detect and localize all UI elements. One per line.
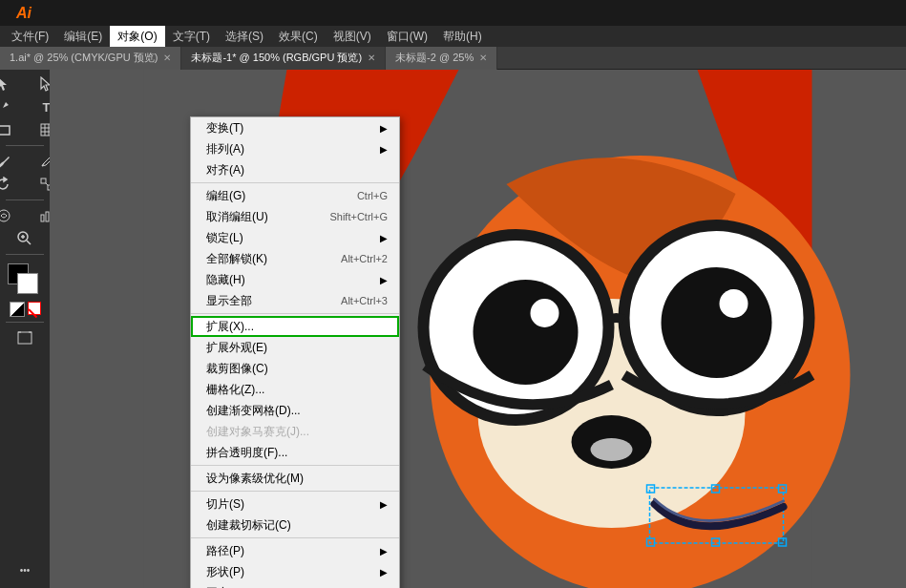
menu-item-arrow-21: ▶ <box>380 499 388 510</box>
menu-item-arrow-8: ▶ <box>380 275 388 285</box>
menu-item-7[interactable]: 全部解锁(K)Alt+Ctrl+2 <box>191 248 399 269</box>
menu-item-shortcut-7: Alt+Ctrl+2 <box>341 253 388 264</box>
tab-bar: 1.ai* @ 25% (CMYK/GPU 预览) ✕ 未标题-1* @ 150… <box>0 47 906 70</box>
no-color-indicator[interactable] <box>28 302 41 315</box>
menu-item-4[interactable]: 编组(G)Ctrl+G <box>191 185 399 206</box>
menu-item-label-14: 栅格化(Z)... <box>206 382 264 398</box>
graph-tool[interactable] <box>26 205 51 226</box>
svg-rect-14 <box>41 215 44 221</box>
svg-marker-9 <box>4 178 7 181</box>
menu-item-19[interactable]: 设为像素级优化(M) <box>191 468 399 489</box>
menu-item-9[interactable]: 显示全部Alt+Ctrl+3 <box>191 290 399 311</box>
menu-item-6[interactable]: 锁定(L)▶ <box>191 227 399 248</box>
menu-item-label-7: 全部解锁(K) <box>206 251 267 267</box>
menu-item-label-1: 排列(A) <box>206 141 244 158</box>
menu-separator-20 <box>191 491 399 492</box>
canvas-area[interactable]: 变换(T)▶排列(A)▶对齐(A)编组(G)Ctrl+G取消编组(U)Shift… <box>50 70 906 588</box>
menu-select[interactable]: 选择(S) <box>218 26 271 47</box>
menu-window[interactable]: 窗口(W) <box>379 26 435 47</box>
svg-rect-2 <box>0 126 10 135</box>
tab-2-close[interactable]: ✕ <box>479 52 487 63</box>
svg-point-13 <box>0 210 10 221</box>
gradient-indicator[interactable] <box>10 302 25 317</box>
menu-item-2[interactable]: 对齐(A) <box>191 159 399 180</box>
menu-separator-3 <box>191 182 399 183</box>
brush-tool[interactable] <box>0 151 25 172</box>
menu-object[interactable]: 对象(O) <box>110 26 164 47</box>
pencil-tool[interactable] <box>26 151 51 172</box>
menu-item-8[interactable]: 隐藏(H)▶ <box>191 269 399 290</box>
menu-item-shortcut-4: Ctrl+G <box>357 190 388 201</box>
rectangle-tool[interactable] <box>0 119 25 140</box>
menu-item-15[interactable]: 创建渐变网格(D)... <box>191 400 399 421</box>
svg-marker-0 <box>0 77 7 91</box>
type-tool[interactable]: T <box>26 96 51 117</box>
menu-item-17[interactable]: 拼合透明度(F)... <box>191 442 399 463</box>
more-tools[interactable]: ••• <box>4 559 46 580</box>
menu-help[interactable]: 帮助(H) <box>435 26 490 47</box>
tab-0-close[interactable]: ✕ <box>163 52 171 63</box>
scale-tool[interactable] <box>26 174 51 195</box>
menu-item-14[interactable]: 栅格化(Z)... <box>191 379 399 400</box>
svg-line-12 <box>46 183 48 185</box>
canvas-illustration <box>50 70 906 588</box>
table-tool[interactable] <box>26 119 51 140</box>
menu-item-13[interactable]: 裁剪图像(C) <box>191 358 399 379</box>
menu-item-label-25: 形状(P) <box>206 564 244 580</box>
rotate-tool[interactable] <box>0 174 25 195</box>
pen-tool[interactable] <box>0 96 25 117</box>
menu-item-16: 创建对象马赛克(J)... <box>191 421 399 442</box>
menu-item-label-6: 锁定(L) <box>206 230 243 246</box>
selection-tool[interactable] <box>0 74 25 94</box>
menu-item-5[interactable]: 取消编组(U)Shift+Ctrl+G <box>191 206 399 227</box>
symbol-tool[interactable] <box>0 205 25 226</box>
svg-point-34 <box>720 289 748 318</box>
direct-selection-tool[interactable] <box>26 74 51 94</box>
menu-item-26[interactable]: 图案(E)▶ <box>191 582 399 588</box>
menu-item-21[interactable]: 切片(S)▶ <box>191 494 399 514</box>
menu-item-11[interactable]: 扩展(X)... <box>191 316 399 337</box>
menu-item-label-22: 创建裁切标记(C) <box>206 517 291 534</box>
tab-1-close[interactable]: ✕ <box>368 52 375 63</box>
menu-file[interactable]: 文件(F) <box>4 26 56 47</box>
menu-item-22[interactable]: 创建裁切标记(C) <box>191 514 399 536</box>
menu-item-label-12: 扩展外观(E) <box>206 340 267 356</box>
svg-point-32 <box>662 267 772 378</box>
menu-item-label-0: 变换(T) <box>206 120 243 136</box>
object-menu-dropdown[interactable]: 变换(T)▶排列(A)▶对齐(A)编组(G)Ctrl+G取消编组(U)Shift… <box>190 116 400 588</box>
menu-item-label-5: 取消编组(U) <box>206 209 268 225</box>
tab-1-label: 未标题-1* @ 150% (RGB/GPU 预览) <box>191 51 362 65</box>
menu-effect[interactable]: 效果(C) <box>271 26 326 47</box>
menu-item-0[interactable]: 变换(T)▶ <box>191 117 399 138</box>
svg-point-31 <box>474 280 579 385</box>
background-color[interactable] <box>17 273 38 294</box>
menu-item-arrow-1: ▶ <box>380 144 388 155</box>
artboard-tool[interactable] <box>4 327 46 348</box>
menu-item-24[interactable]: 路径(P)▶ <box>191 540 399 561</box>
tab-0-label: 1.ai* @ 25% (CMYK/GPU 预览) <box>10 51 158 65</box>
menu-text[interactable]: 文字(T) <box>165 26 218 47</box>
menu-bar: 文件(F) 编辑(E) 对象(O) 文字(T) 选择(S) 效果(C) 视图(V… <box>0 26 906 47</box>
zoom-tool[interactable] <box>4 228 46 249</box>
app-logo: Ai <box>8 0 40 26</box>
tab-1[interactable]: 未标题-1* @ 150% (RGB/GPU 预览) ✕ <box>181 47 386 70</box>
svg-marker-1 <box>41 77 50 91</box>
menu-item-25[interactable]: 形状(P)▶ <box>191 561 399 582</box>
menu-item-12[interactable]: 扩展外观(E) <box>191 337 399 358</box>
svg-rect-21 <box>18 332 32 344</box>
menu-item-label-15: 创建渐变网格(D)... <box>206 403 301 419</box>
menu-item-arrow-6: ▶ <box>380 233 388 243</box>
menu-view[interactable]: 视图(V) <box>326 26 379 47</box>
menu-separator-23 <box>191 537 399 538</box>
tab-2[interactable]: 未标题-2 @ 25% ✕ <box>386 47 497 70</box>
left-toolbar: T <box>0 70 50 588</box>
svg-point-33 <box>531 299 559 327</box>
menu-item-1[interactable]: 排列(A)▶ <box>191 138 399 159</box>
menu-edit[interactable]: 编辑(E) <box>56 26 110 47</box>
tab-0[interactable]: 1.ai* @ 25% (CMYK/GPU 预览) ✕ <box>0 47 181 70</box>
menu-item-label-26: 图案(E) <box>206 585 244 589</box>
menu-item-label-8: 隐藏(H) <box>206 272 245 288</box>
tab-2-label: 未标题-2 @ 25% <box>395 51 474 65</box>
menu-item-label-19: 设为像素级优化(M) <box>206 471 304 487</box>
menu-item-label-17: 拼合透明度(F)... <box>206 445 287 461</box>
